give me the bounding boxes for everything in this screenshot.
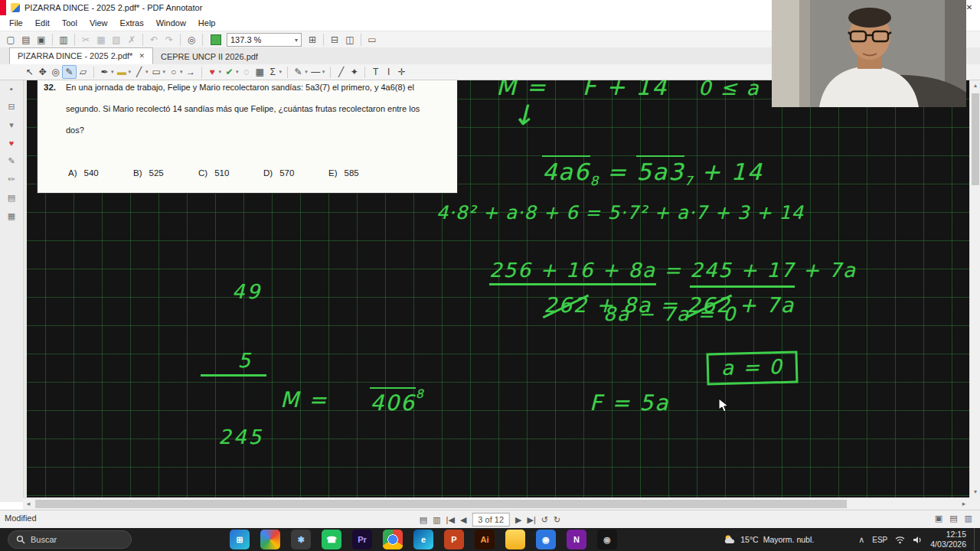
- find-icon[interactable]: ◎: [184, 34, 199, 45]
- rectangle-tool-icon[interactable]: ▭: [150, 66, 163, 78]
- scroll-right-icon[interactable]: ▸: [959, 500, 969, 507]
- taskbar-search[interactable]: Buscar: [8, 530, 132, 549]
- sigma-stamp-icon[interactable]: Σ: [266, 66, 279, 78]
- window-close-button[interactable]: ✕: [963, 2, 975, 14]
- vertical-scrollbar[interactable]: ▴ ▾: [969, 80, 980, 497]
- new-icon[interactable]: ▢: [3, 34, 18, 45]
- page-indicator[interactable]: 3 of 12: [472, 513, 510, 527]
- stamp-heart-icon[interactable]: ♥: [206, 66, 219, 78]
- pages-panel-icon[interactable]: ▤: [8, 193, 15, 203]
- chevron-down-icon[interactable]: ▾: [305, 69, 308, 75]
- pen-sidebar-icon[interactable]: ✎: [8, 156, 15, 166]
- zoom-fit-width-icon[interactable]: ⊞: [305, 34, 320, 45]
- chevron-down-icon[interactable]: ▾: [111, 69, 114, 75]
- taskbar-app-copilot[interactable]: [260, 530, 280, 549]
- copy-icon[interactable]: ▦: [93, 34, 109, 45]
- stroke-width-icon[interactable]: —: [309, 66, 322, 78]
- text-cursor-icon[interactable]: I: [382, 66, 395, 78]
- history-back-icon[interactable]: ↺: [541, 515, 548, 525]
- taskbar-app-whatsapp[interactable]: ☎: [322, 530, 341, 549]
- chevron-down-icon[interactable]: ▾: [322, 69, 325, 75]
- chevron-down-icon[interactable]: ▾: [180, 69, 183, 75]
- select-cursor-icon[interactable]: ↖: [23, 66, 36, 78]
- horizontal-scrollbar[interactable]: ◂ ▸: [23, 497, 969, 510]
- tab-pizarra-dince[interactable]: PIZARRA DINCE - 2025 2.pdf* ✕: [9, 47, 153, 64]
- taskbar-app-settings[interactable]: ✱: [291, 530, 311, 549]
- crosshair-icon[interactable]: ✛: [395, 66, 408, 78]
- taskbar-app-illustrator[interactable]: Ai: [475, 530, 495, 549]
- menu-tool[interactable]: Tool: [56, 15, 83, 31]
- pen-style-icon[interactable]: ✎: [292, 66, 305, 78]
- image-stamp-icon[interactable]: ▦: [253, 66, 266, 78]
- collapse-icon[interactable]: ⊟: [8, 102, 15, 112]
- taskbar-app-meet[interactable]: ◉: [536, 530, 556, 549]
- pan-icon[interactable]: ✥: [36, 66, 49, 78]
- scroll-up-icon[interactable]: ▴: [970, 80, 980, 89]
- clock[interactable]: 12:15 4/03/2026: [930, 530, 966, 549]
- taskbar-app-premiere[interactable]: Pr: [352, 530, 372, 549]
- delete-icon[interactable]: ✗: [124, 34, 139, 45]
- taskbar-app-widgets[interactable]: ⊞: [230, 530, 250, 549]
- two-page-icon[interactable]: ◫: [342, 34, 358, 45]
- chevron-down-icon[interactable]: ▾: [145, 69, 149, 75]
- ellipse-tool-icon[interactable]: ○: [167, 66, 180, 78]
- first-page-icon[interactable]: |◀: [446, 515, 455, 525]
- taskbar-app-edge[interactable]: e: [413, 530, 433, 549]
- checkmark-stamp-icon[interactable]: ✔: [223, 66, 236, 78]
- fullscreen-icon[interactable]: ▭: [364, 34, 380, 45]
- chevron-down-icon[interactable]: ▾: [9, 120, 14, 130]
- menu-view[interactable]: View: [83, 15, 114, 31]
- pdf-canvas[interactable]: 32. En una jornada de trabajo, Felipe y …: [23, 80, 969, 497]
- pencil-sidebar-icon[interactable]: ✏: [8, 174, 15, 184]
- next-page-icon[interactable]: ▶: [515, 515, 521, 525]
- tray-chevron-icon[interactable]: ∧: [858, 535, 864, 545]
- laser-pointer-icon[interactable]: ✦: [348, 66, 361, 78]
- save-icon[interactable]: ▣: [34, 34, 49, 45]
- tab-cepre-uncp[interactable]: CEPRE UNCP II 2026.pdf: [153, 49, 266, 64]
- open-icon[interactable]: ▤: [18, 34, 34, 45]
- chevron-down-icon[interactable]: ▾: [129, 69, 132, 75]
- wifi-icon[interactable]: [895, 536, 905, 544]
- highlighter-icon[interactable]: ▬: [116, 66, 129, 78]
- tab-close-icon[interactable]: ✕: [139, 52, 145, 60]
- line-tool-icon[interactable]: ╱: [132, 66, 145, 78]
- continuous-page-icon[interactable]: ▥: [433, 515, 440, 525]
- cut-icon[interactable]: ✂: [78, 34, 93, 45]
- scroll-down-icon[interactable]: ▾: [970, 488, 980, 495]
- taskbar-app-obs[interactable]: ◉: [597, 530, 617, 549]
- zoom-tool-icon[interactable]: ◎: [49, 66, 62, 78]
- ruler-line-icon[interactable]: ╱: [335, 66, 348, 78]
- taskbar-app-chrome[interactable]: [383, 530, 403, 549]
- show-desktop-button[interactable]: [974, 528, 977, 551]
- favorites-icon[interactable]: ♥: [9, 139, 15, 148]
- menu-help[interactable]: Help: [192, 15, 222, 31]
- paste-icon[interactable]: ▧: [109, 34, 124, 45]
- menu-file[interactable]: File: [3, 15, 29, 31]
- menu-extras[interactable]: Extras: [114, 15, 150, 31]
- taskbar-app-onenote[interactable]: N: [567, 530, 586, 549]
- language-indicator[interactable]: ESP: [872, 536, 887, 544]
- layout-icon[interactable]: ▣: [935, 514, 942, 523]
- horizontal-scroll-thumb[interactable]: [35, 500, 847, 508]
- eraser-icon[interactable]: ▱: [77, 66, 90, 78]
- print-icon[interactable]: ▥: [56, 34, 71, 45]
- undo-icon[interactable]: ↶: [146, 34, 162, 45]
- pin-icon[interactable]: ▪: [10, 84, 13, 93]
- chevron-down-icon[interactable]: ▾: [219, 69, 222, 75]
- vertical-scroll-thumb[interactable]: [972, 93, 979, 185]
- history-forward-icon[interactable]: ↻: [554, 515, 560, 525]
- last-page-icon[interactable]: ▶|: [527, 515, 535, 525]
- chevron-down-icon[interactable]: ▾: [236, 69, 239, 75]
- ink-pen-icon[interactable]: ✒: [98, 66, 111, 78]
- panel-icon[interactable]: ▤: [949, 514, 957, 523]
- redo-icon[interactable]: ↷: [162, 34, 177, 45]
- chevron-down-icon[interactable]: ▾: [279, 69, 283, 75]
- color-swatch-icon[interactable]: [211, 34, 221, 45]
- weather-widget[interactable]: 15°C Mayorm. nubl.: [724, 534, 814, 545]
- scroll-left-icon[interactable]: ◂: [23, 500, 34, 507]
- taskbar-app-powerpoint[interactable]: P: [444, 530, 464, 549]
- pen-tool-icon[interactable]: ✎: [62, 65, 77, 79]
- page-layout-icon[interactable]: ⊟: [327, 34, 342, 45]
- speaker-icon[interactable]: [913, 536, 923, 544]
- taskbar-app-file-explorer[interactable]: [505, 530, 525, 549]
